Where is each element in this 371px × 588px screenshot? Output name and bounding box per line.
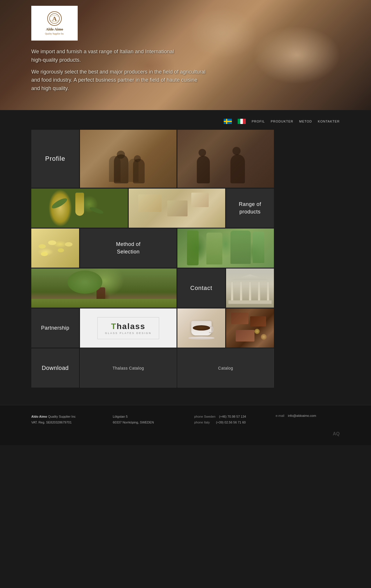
leaf-2 <box>89 206 104 215</box>
sky-overlay <box>31 269 177 308</box>
footer-city: 60337 Norrköping, SWEDEN <box>113 421 154 424</box>
pasta-1 <box>39 244 46 249</box>
phone-italy-label: phone Italy <box>194 421 210 424</box>
nav-profil[interactable]: PROFIL <box>252 120 265 123</box>
email-link[interactable]: info@aldoaimo.com <box>288 414 316 417</box>
coffee-surface <box>193 325 210 330</box>
nav-metod[interactable]: METOD <box>299 120 312 123</box>
chocolate-image <box>226 308 274 348</box>
thalass-catalog-cell[interactable]: Thalass Catalog <box>80 348 177 388</box>
logo-tagline: Quality Supplier Inc <box>45 32 64 35</box>
range-label-cell[interactable]: Range of products <box>226 189 274 228</box>
hazelnut-1 <box>261 334 267 340</box>
thalass-catalog-text: Thalass Catalog <box>112 366 144 370</box>
main-content: PROFIL PRODUKTER METOD KONTAKTER Profile <box>0 110 371 445</box>
olive-tree-image-cell[interactable] <box>31 269 177 308</box>
profile-text: Profile <box>45 155 65 162</box>
method-label-cell[interactable]: Method of Selection <box>80 229 177 268</box>
nav-bar: PROFIL PRODUKTER METOD KONTAKTER <box>0 119 371 124</box>
footer-phone-col: phone Sweden (+46) 70.98 57 134 phone It… <box>194 414 258 426</box>
olive-oil-image-cell[interactable] <box>31 189 128 228</box>
hero-text: We import and furnish a vast range of It… <box>31 48 340 93</box>
herb-stalk-4 <box>253 232 264 263</box>
partnership-label-cell[interactable]: Partnership <box>31 308 79 348</box>
thalass-subtitle: GLASS PLATES DESIGN <box>105 332 151 335</box>
footer-address: Lötgstan 5 60337 Norrköping, SWEDEN <box>113 414 177 426</box>
footer-phones: phone Sweden (+46) 70.98 57 134 phone It… <box>194 414 258 426</box>
head-silhouette-1 <box>117 151 125 159</box>
coffee-image-cell[interactable] <box>177 308 225 348</box>
thalass-brand: Thalass <box>105 322 151 331</box>
herbs-image-cell[interactable] <box>177 229 274 268</box>
hero-headline1: We import and furnish a vast range of It… <box>31 49 174 54</box>
footer-bottom: AQ <box>31 431 340 437</box>
herbs-image <box>177 229 274 268</box>
hero-body2: and food industry. A perfect business pa… <box>31 77 197 83</box>
footer-inner: Aldo Aimo Quality Supplier Inc VAT. Reg.… <box>31 414 340 426</box>
person2-silhouette-2 <box>230 154 245 183</box>
cheese-image <box>129 189 225 228</box>
footer-company-name: Aldo Aimo <box>31 415 47 418</box>
temple-image-cell[interactable] <box>226 269 274 308</box>
pasta-5 <box>41 252 48 256</box>
profile-image2-cell[interactable] <box>177 130 274 188</box>
cup-saucer <box>188 337 214 339</box>
bottle-shape <box>75 193 84 216</box>
choc-bar-3 <box>236 330 254 342</box>
cheese-block-3 <box>191 193 209 207</box>
herb-stalk-2 <box>206 233 222 264</box>
catalog-cell[interactable]: Catalog <box>177 348 274 388</box>
nav-produkter[interactable]: PRODUKTER <box>271 120 293 123</box>
footer-street: Lötgstan 5 <box>113 415 128 418</box>
profile-image1-cell[interactable] <box>80 130 177 188</box>
grid-wrapper: Profile <box>0 130 371 393</box>
contact-label-cell[interactable]: Contact <box>177 269 225 308</box>
hero-headline2: high-quality products. <box>31 57 81 63</box>
logo-emblem: A <box>47 11 62 26</box>
flag-italy[interactable] <box>238 119 246 124</box>
pasta-4 <box>65 242 72 246</box>
pasta-image-cell[interactable] <box>31 229 79 268</box>
head2-silhouette-2 <box>232 147 241 155</box>
logo-box[interactable]: A Aldo Aimo Quality Supplier Inc <box>31 6 78 41</box>
partnership-text: Partnership <box>41 325 70 331</box>
profile-image1 <box>80 130 177 188</box>
profile-image2 <box>177 130 274 188</box>
nav-kontakter[interactable]: KONTAKTER <box>318 120 340 123</box>
cheese-image-cell[interactable] <box>129 189 225 228</box>
person2-silhouette-1 <box>197 156 210 183</box>
olive-oil-image <box>31 189 128 228</box>
profile-label-cell[interactable]: Profile <box>31 130 79 188</box>
leaf-1 <box>50 196 68 210</box>
cheese-block-2 <box>167 200 188 216</box>
footer-logo-small: AQ <box>333 431 340 436</box>
herb-stalk-3 <box>230 231 251 264</box>
footer-email-col: e-mail info@aldoaimo.com <box>276 414 340 417</box>
email-label: e-mail <box>276 414 284 417</box>
choc-bar-2 <box>250 316 266 326</box>
thalass-logo: Thalass GLASS PLATES DESIGN <box>97 317 159 339</box>
download-text: Download <box>42 365 69 371</box>
chocolate-image-cell[interactable] <box>226 308 274 348</box>
footer-address-col: Lötgstan 5 60337 Norrköping, SWEDEN <box>113 414 177 426</box>
pasta-2 <box>48 240 56 245</box>
footer-vat: VAT. Reg. SE820328679701 <box>31 421 72 424</box>
grid-container: Profile <box>0 130 371 388</box>
content-grid: Profile <box>31 130 340 388</box>
olive-tree-image <box>31 269 177 308</box>
thalass-logo-cell[interactable]: Thalass GLASS PLATES DESIGN <box>80 308 177 348</box>
phone-italy: (+39) 02.56 56 71 60 <box>216 421 245 424</box>
download-label-cell[interactable]: Download <box>31 348 79 388</box>
range-text: Range of products <box>239 201 261 215</box>
thalass-logo-box: Thalass GLASS PLATES DESIGN <box>97 317 159 339</box>
sky-bg <box>226 269 274 308</box>
hero-body1: We rigorously select the best and major … <box>31 69 205 75</box>
choc-bar-1 <box>231 313 248 324</box>
footer: Aldo Aimo Quality Supplier Inc VAT. Reg.… <box>0 405 371 445</box>
flag-sweden[interactable] <box>224 119 232 124</box>
footer-company-col: Aldo Aimo Quality Supplier Inc VAT. Reg.… <box>31 414 95 426</box>
cup-handle <box>209 326 213 333</box>
contact-text: Contact <box>190 285 212 291</box>
temple-image <box>226 269 274 308</box>
pasta-image <box>31 229 79 268</box>
